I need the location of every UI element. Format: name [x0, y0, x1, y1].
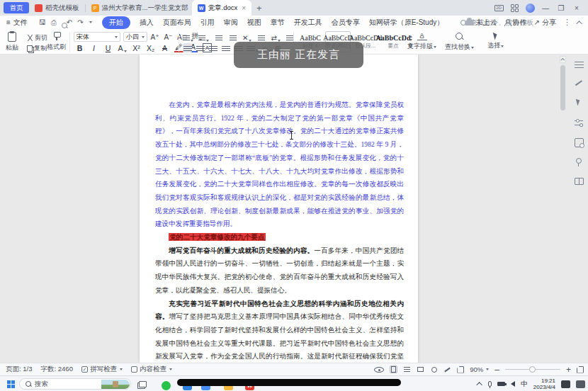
italic-button[interactable]: I: [89, 43, 98, 52]
tab-review[interactable]: 审阅: [224, 18, 238, 28]
print-icon[interactable]: ⎙: [51, 18, 57, 27]
document-page[interactable]: 在党内，党章是最根本的党内法规，是党内的普通行为规范。党章保障党员权利、约束党员…: [140, 55, 418, 363]
scrollbar-thumb[interactable]: [560, 65, 565, 110]
tab-insert[interactable]: 插入: [140, 18, 154, 28]
fullread-view-button[interactable]: [430, 366, 438, 373]
eye-protect-icon[interactable]: [374, 367, 384, 373]
properties-sliders-icon[interactable]: [575, 118, 584, 128]
windows-start-button[interactable]: [7, 380, 15, 388]
location-pin-icon[interactable]: [575, 158, 584, 167]
underline-button[interactable]: U: [103, 43, 113, 52]
shrink-font-icon[interactable]: A⁻: [164, 32, 173, 41]
tab-dangzhang-docx[interactable]: W 党章.docx ×: [192, 0, 252, 16]
collaborate-button[interactable]: 协作: [504, 18, 527, 28]
tab-cnki-estudy[interactable]: 知网研学（原E-Study）: [369, 18, 444, 28]
tab-developer[interactable]: 开发工具: [294, 18, 322, 28]
redo-icon[interactable]: ↷: [77, 18, 83, 26]
sort-icon[interactable]: [256, 33, 266, 42]
content-check-button[interactable]: 内容检查: [131, 365, 172, 374]
tab-page-layout[interactable]: 页面布局: [163, 18, 191, 28]
copy-button[interactable]: 复制: [27, 44, 47, 53]
superscript-button[interactable]: X²: [132, 43, 141, 52]
fullscreen-icon[interactable]: [577, 366, 584, 373]
tray-app-icon-1[interactable]: [561, 380, 570, 388]
cloud-status[interactable]: 未上云: [465, 18, 497, 28]
char-border-icon[interactable]: A: [118, 43, 127, 52]
align-center-button[interactable]: [196, 43, 205, 52]
tab-close-icon[interactable]: ×: [242, 4, 246, 12]
edit-pen-button[interactable]: [443, 366, 451, 373]
zoom-slider[interactable]: [505, 369, 560, 370]
outline-icon[interactable]: [575, 62, 584, 68]
task-view-button[interactable]: [139, 381, 147, 387]
font-size-select[interactable]: 小四: [123, 32, 147, 42]
quick-access-caret-icon[interactable]: [89, 21, 92, 23]
bullet-list-icon[interactable]: [183, 33, 193, 42]
book-view-button[interactable]: [417, 366, 424, 373]
web-view-button[interactable]: [403, 366, 411, 373]
tab-org-document[interactable]: P 温州大学教育...一学生党支部: [86, 0, 192, 16]
restore-button[interactable]: ❐: [555, 3, 567, 13]
undo-icon[interactable]: ↶: [67, 18, 72, 26]
reading-book-icon[interactable]: [575, 178, 584, 185]
microphone-icon[interactable]: [488, 381, 492, 387]
ime-indicator[interactable]: 中: [521, 380, 528, 389]
select-button[interactable]: 选择: [487, 32, 504, 50]
new-tab-button[interactable]: +: [251, 3, 267, 13]
clear-all-icon[interactable]: ✕: [242, 33, 251, 42]
increase-indent-icon[interactable]: [228, 33, 237, 42]
subscript-button[interactable]: X₂: [146, 43, 155, 52]
minimize-button[interactable]: —: [540, 3, 551, 13]
align-right-button[interactable]: [208, 43, 217, 52]
tray-app-icon-2[interactable]: [576, 380, 585, 388]
zoom-slider-thumb[interactable]: [529, 366, 536, 373]
align-left-button[interactable]: [183, 43, 192, 52]
home-tab[interactable]: 首页: [4, 2, 29, 13]
tab-membership[interactable]: 会员专享: [332, 18, 360, 28]
close-button[interactable]: ×: [571, 3, 582, 13]
word-count[interactable]: 字数: 2460: [41, 365, 73, 374]
skin-center-icon[interactable]: 2D: [493, 3, 504, 13]
tab-section[interactable]: 章节: [271, 18, 285, 28]
speaker-icon[interactable]: [511, 381, 515, 387]
tab-view[interactable]: 视图: [247, 18, 261, 28]
style-keypoint[interactable]: AaBbCcDd要点: [380, 31, 406, 52]
select-tool-icon[interactable]: [575, 98, 584, 108]
spell-check-button[interactable]: ✓ 拼写检查: [81, 365, 123, 374]
workspace-grid-icon[interactable]: [509, 3, 520, 13]
image-settings-icon[interactable]: [575, 138, 584, 147]
collapse-ribbon-icon[interactable]: [576, 21, 582, 26]
text-direction-icon[interactable]: ⇄: [271, 33, 280, 42]
numbered-list-icon[interactable]: [198, 33, 209, 42]
font-name-select[interactable]: 宋体: [74, 32, 120, 42]
find-replace-button[interactable]: 查找替换: [445, 32, 474, 52]
file-menu[interactable]: ≡ 文件: [0, 18, 33, 28]
cut-button[interactable]: 剪切: [27, 33, 47, 42]
clock[interactable]: 19:21 2023/4/4: [533, 378, 555, 390]
battery-icon[interactable]: [497, 382, 505, 386]
hidden-icons-chevron[interactable]: [477, 382, 482, 387]
tab-docer-template[interactable]: 稻壳优模板: [29, 0, 85, 16]
globe-account-icon[interactable]: [524, 3, 536, 13]
format-painter-button[interactable]: 格式刷: [47, 32, 66, 52]
zoom-out-button[interactable]: –: [494, 365, 499, 375]
scroll-up-arrow[interactable]: [560, 56, 566, 63]
annotate-pen-icon[interactable]: [575, 79, 584, 88]
page-view-button[interactable]: [390, 366, 397, 373]
strikethrough-button[interactable]: A: [160, 43, 169, 52]
share-button[interactable]: ↗分享: [534, 18, 556, 28]
save-icon[interactable]: 🖫: [39, 18, 46, 26]
search-highlight-image[interactable]: [101, 380, 130, 389]
tab-home[interactable]: 开始: [102, 16, 130, 29]
zoom-level[interactable]: 90%: [470, 366, 489, 373]
tab-references[interactable]: 引用: [200, 18, 215, 28]
decrease-indent-icon[interactable]: [214, 33, 223, 42]
paste-button[interactable]: 粘贴: [6, 32, 18, 52]
vertical-scrollbar[interactable]: [560, 56, 566, 361]
bold-button[interactable]: B: [75, 43, 84, 52]
grow-font-icon[interactable]: A⁺: [150, 32, 159, 41]
justify-button[interactable]: [221, 43, 230, 52]
more-options-icon[interactable]: ⋮: [563, 18, 571, 27]
text-layout-button[interactable]: A̲ 文字排版: [407, 32, 436, 51]
taskbar-search-box[interactable]: 搜索: [19, 378, 131, 390]
